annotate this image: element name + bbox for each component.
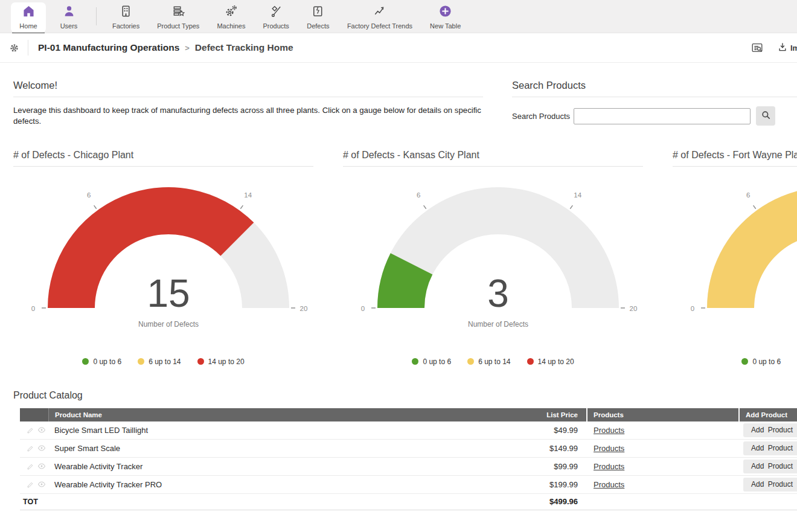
product-name-cell: Bicycle Smart LED Taillight	[49, 426, 424, 435]
search-products-input[interactable]	[574, 108, 751, 124]
app-name[interactable]: PI-01 Manufacturing Operations	[38, 42, 179, 53]
legend-dot-icon	[467, 358, 474, 365]
edit-pencil-icon[interactable]	[27, 463, 34, 470]
row-actions-column-header	[20, 408, 49, 421]
nav-divider	[96, 7, 97, 25]
legend-label: 6 up to 14	[478, 357, 510, 366]
legend-dot-icon	[527, 358, 534, 365]
nav-tab-label: Factory Defect Trends	[347, 22, 412, 30]
legend-item: 0 up to 6	[412, 357, 451, 366]
add-product-button[interactable]: Add Product	[743, 478, 797, 492]
column-header-add-product[interactable]: Add Product	[738, 408, 797, 421]
view-eye-icon[interactable]	[37, 444, 46, 452]
table-header: Product Name List Price Products Add Pro…	[20, 408, 797, 421]
gauge-chart[interactable]: 0614203Number of Defects	[350, 168, 646, 349]
svg-text:0: 0	[691, 305, 694, 312]
list-price-cell: $199.99	[424, 480, 586, 489]
svg-text:Number of Defects: Number of Defects	[138, 320, 199, 328]
search-section-title: Search Products	[512, 80, 797, 91]
gauge-legend: 0 up to 66 up to 1414 up to 20	[13, 357, 313, 366]
users-icon	[62, 4, 76, 21]
list-price-cell: $149.99	[424, 444, 586, 453]
edit-pencil-icon[interactable]	[27, 444, 34, 452]
svg-text:3: 3	[487, 272, 509, 315]
list-price-cell: $99.99	[424, 462, 586, 471]
legend-item: 14 up to 20	[197, 357, 245, 366]
nav-tab-new-table[interactable]: New Table	[424, 2, 467, 33]
legend-label: 0 up to 6	[752, 357, 781, 366]
report-search-icon[interactable]	[751, 41, 764, 54]
products-link[interactable]: Products	[594, 426, 624, 435]
gauge-chart[interactable]: 06142015Number of Defects	[21, 168, 316, 349]
new-table-icon	[438, 4, 452, 21]
table-footer-row: TOT $499.96	[20, 494, 797, 510]
legend-item: 0 up to 6	[82, 357, 121, 366]
section-rule	[673, 166, 797, 167]
breadcrumb-bar: PI-01 Manufacturing Operations > Defect …	[0, 33, 797, 63]
svg-text:6: 6	[746, 191, 750, 198]
legend-dot-icon	[741, 358, 748, 365]
products-link[interactable]: Products	[594, 444, 624, 453]
legend-item: 14 up to 20	[527, 357, 574, 366]
nav-tab-defects[interactable]: Defects	[301, 2, 336, 33]
search-icon	[760, 109, 772, 123]
nav-tab-factories[interactable]: Factories	[106, 2, 146, 33]
machines-icon	[224, 4, 238, 21]
gauge-chart[interactable]: 061420Number of Defects	[680, 168, 797, 349]
svg-text:0: 0	[361, 305, 365, 312]
add-product-button[interactable]: Add Product	[743, 441, 797, 455]
nav-tab-home[interactable]: Home	[11, 2, 46, 33]
nav-tab-factory-defect-trends[interactable]: Factory Defect Trends	[341, 2, 418, 33]
column-header-list-price[interactable]: List Price	[424, 408, 586, 421]
column-header-products[interactable]: Products	[586, 408, 738, 421]
nav-tab-label: Users	[60, 22, 78, 30]
breadcrumb-divider	[28, 40, 28, 56]
list-price-cell: $49.99	[424, 426, 586, 435]
svg-text:15: 15	[147, 272, 190, 315]
import-button[interactable]: Import	[777, 42, 797, 54]
column-header-product-name[interactable]: Product Name	[49, 408, 424, 421]
gauge-panel-1: # of Defects - Kansas City Plant0614203N…	[343, 150, 643, 366]
products-link[interactable]: Products	[594, 480, 624, 489]
breadcrumb-separator-icon: >	[185, 43, 190, 53]
legend-dot-icon	[82, 358, 89, 365]
top-nav: HomeUsersFactoriesProduct TypesMachinesP…	[0, 0, 797, 33]
add-product-button[interactable]: Add Product	[743, 423, 797, 437]
legend-item: 0 up to 6	[741, 357, 781, 366]
nav-tab-users[interactable]: Users	[51, 2, 86, 33]
products-link[interactable]: Products	[594, 462, 624, 471]
nav-tab-label: Machines	[217, 22, 245, 30]
nav-tab-products[interactable]: Products	[257, 2, 295, 33]
section-rule	[512, 97, 797, 97]
page-title: Defect Tracking Home	[195, 42, 293, 53]
settings-gear-icon[interactable]	[0, 42, 28, 54]
view-eye-icon[interactable]	[37, 480, 46, 489]
row-actions	[20, 462, 49, 470]
svg-text:6: 6	[417, 191, 420, 198]
gauges-row: # of Defects - Chicago Plant06142015Numb…	[13, 150, 797, 366]
legend-item: 6 up to 14	[138, 357, 181, 366]
view-eye-icon[interactable]	[37, 462, 46, 470]
svg-text:Number of Defects: Number of Defects	[468, 320, 528, 328]
search-button[interactable]	[756, 106, 775, 126]
page-actions: Import	[751, 33, 797, 62]
search-input-label: Search Products	[512, 112, 570, 121]
import-label: Import	[790, 43, 797, 53]
search-products-section: Search Products Search Products	[512, 80, 797, 127]
gauge-panel-2: # of Defects - Fort Wayne Plant061420Num…	[673, 150, 797, 366]
edit-pencil-icon[interactable]	[27, 426, 34, 434]
view-eye-icon[interactable]	[37, 426, 46, 434]
totals-label: TOT	[20, 498, 424, 506]
section-rule	[343, 166, 643, 167]
nav-tab-machines[interactable]: Machines	[211, 2, 251, 33]
nav-tab-label: Home	[19, 22, 37, 30]
svg-text:0: 0	[31, 305, 35, 312]
legend-item: 6 up to 14	[467, 357, 510, 366]
svg-text:20: 20	[630, 305, 638, 312]
add-product-button[interactable]: Add Product	[743, 460, 797, 473]
edit-pencil-icon[interactable]	[27, 481, 34, 489]
products-icon	[269, 4, 283, 21]
dashboard-main: Welcome! Leverage this dashboard to keep…	[0, 63, 797, 510]
nav-tab-product-types[interactable]: Product Types	[151, 2, 205, 33]
gauge-title: # of Defects - Chicago Plant	[13, 150, 313, 161]
